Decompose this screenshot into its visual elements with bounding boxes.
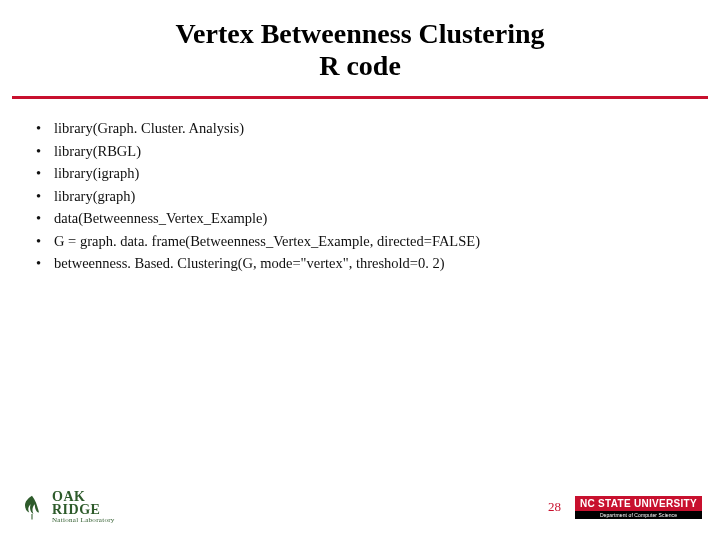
bullet-item: • data(Betweenness_Vertex_Example) — [32, 207, 720, 229]
footer-right: 28 NC STATE UNIVERSITY Department of Com… — [548, 496, 702, 519]
oak-bottom-label: RIDGE — [52, 503, 115, 516]
bullet-item: • library(Graph. Cluster. Analysis) — [32, 117, 720, 139]
ncstate-bottom-label: Department of Computer Science — [575, 511, 702, 519]
footer: OAK RIDGE National Laboratory 28 NC STAT… — [0, 484, 720, 530]
bullet-text: library(RBGL) — [54, 140, 720, 162]
bullet-dot-icon: • — [32, 117, 54, 139]
oak-ridge-text: OAK RIDGE National Laboratory — [52, 490, 115, 524]
ncstate-logo: NC STATE UNIVERSITY Department of Comput… — [575, 496, 702, 519]
bullet-dot-icon: • — [32, 162, 54, 184]
bullet-item: • library(RBGL) — [32, 140, 720, 162]
bullet-dot-icon: • — [32, 252, 54, 274]
bullet-text: G = graph. data. frame(Betweenness_Verte… — [54, 230, 720, 252]
leaf-icon — [18, 493, 46, 521]
slide: Vertex Betweenness Clustering R code • l… — [0, 0, 720, 540]
bullet-dot-icon: • — [32, 207, 54, 229]
bullet-dot-icon: • — [32, 230, 54, 252]
bullet-text: library(Graph. Cluster. Analysis) — [54, 117, 720, 139]
bullet-text: betweenness. Based. Clustering(G, mode="… — [54, 252, 720, 274]
content-area: • library(Graph. Cluster. Analysis) • li… — [0, 99, 720, 274]
bullet-dot-icon: • — [32, 140, 54, 162]
bullet-dot-icon: • — [32, 185, 54, 207]
bullet-text: library(graph) — [54, 185, 720, 207]
bullet-text: data(Betweenness_Vertex_Example) — [54, 207, 720, 229]
bullet-item: • betweenness. Based. Clustering(G, mode… — [32, 252, 720, 274]
oak-top-label: OAK — [52, 490, 115, 503]
ncstate-top-label: NC STATE UNIVERSITY — [575, 496, 702, 511]
bullet-item: • library(igraph) — [32, 162, 720, 184]
page-number: 28 — [548, 499, 561, 515]
bullet-item: • G = graph. data. frame(Betweenness_Ver… — [32, 230, 720, 252]
oak-sub-label: National Laboratory — [52, 517, 115, 524]
title-line-1: Vertex Betweenness Clustering — [60, 18, 660, 50]
bullet-item: • library(graph) — [32, 185, 720, 207]
title-line-2: R code — [60, 50, 660, 82]
slide-title: Vertex Betweenness Clustering R code — [0, 18, 720, 92]
bullet-text: library(igraph) — [54, 162, 720, 184]
oak-ridge-logo: OAK RIDGE National Laboratory — [18, 490, 115, 524]
